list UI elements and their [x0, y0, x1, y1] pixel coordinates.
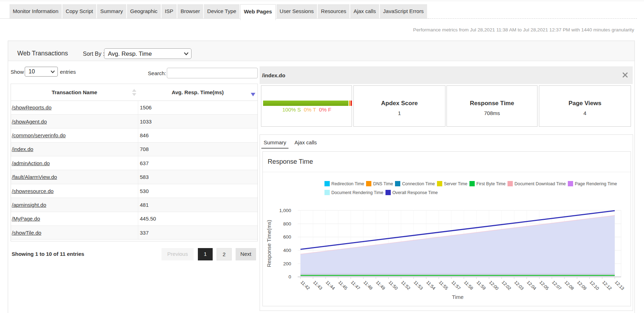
- svg-text:11:53: 11:53: [413, 280, 424, 291]
- svg-text:11:47: 11:47: [350, 280, 361, 291]
- svg-text:11:59: 11:59: [475, 280, 487, 291]
- svg-text:11:43: 11:43: [312, 280, 323, 291]
- svg-text:12:00: 12:00: [488, 280, 499, 291]
- svg-text:12:02: 12:02: [501, 280, 512, 291]
- svg-text:11:49: 11:49: [375, 280, 386, 291]
- svg-text:12:09: 12:09: [576, 280, 587, 291]
- svg-text:12:13: 12:13: [614, 280, 625, 291]
- svg-text:12:04: 12:04: [526, 280, 537, 291]
- svg-text:Response Time(ms): Response Time(ms): [266, 220, 272, 267]
- svg-text:12:10: 12:10: [589, 280, 600, 291]
- svg-text:400: 400: [283, 248, 291, 253]
- svg-text:11:57: 11:57: [450, 280, 462, 291]
- svg-text:11:45: 11:45: [337, 280, 348, 291]
- svg-text:11:55: 11:55: [438, 280, 449, 291]
- svg-text:11:44: 11:44: [325, 280, 336, 291]
- svg-text:12:03: 12:03: [513, 280, 524, 291]
- svg-text:12:05: 12:05: [539, 280, 550, 291]
- svg-text:11:42: 11:42: [299, 280, 311, 291]
- svg-text:Time: Time: [452, 294, 464, 300]
- svg-text:600: 600: [283, 234, 291, 240]
- svg-text:0: 0: [288, 274, 291, 279]
- svg-text:11:54: 11:54: [425, 280, 437, 291]
- svg-text:11:52: 11:52: [400, 280, 411, 291]
- svg-text:800: 800: [283, 221, 291, 227]
- svg-text:11:48: 11:48: [363, 280, 374, 291]
- svg-text:12:07: 12:07: [551, 280, 562, 291]
- svg-text:200: 200: [283, 261, 291, 266]
- svg-text:1,000: 1,000: [279, 208, 291, 213]
- svg-text:12:08: 12:08: [564, 280, 575, 291]
- svg-text:11:50: 11:50: [388, 280, 399, 291]
- svg-text:12:12: 12:12: [601, 280, 613, 291]
- svg-text:11:58: 11:58: [463, 280, 474, 291]
